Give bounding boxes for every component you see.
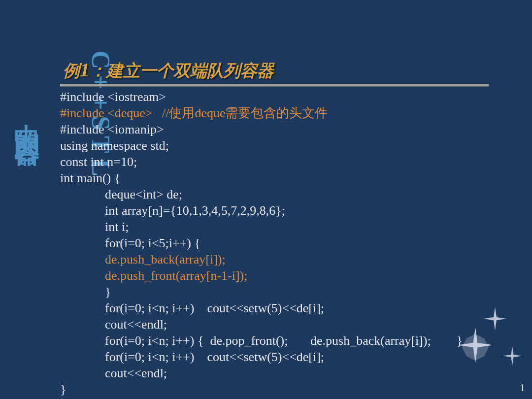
heading-suffix: ：建立一个双端队列容器: [90, 61, 274, 80]
star-icon: [480, 305, 510, 335]
code-line: for(i=0; i<5;i++) {: [60, 236, 200, 250]
code-block: #include <iostream> #include <deque> //使…: [60, 89, 463, 398]
example-heading: 例1：建立一个双端队列容器: [63, 58, 274, 82]
page-number: 1: [520, 381, 525, 394]
heading-prefix: 例: [63, 61, 80, 80]
code-line: de.push_back(array[i]);: [60, 252, 226, 266]
code-line: #include <iostream>: [60, 90, 166, 104]
code-line: int main() {: [60, 171, 120, 185]
code-line: cout<<endl;: [60, 366, 167, 380]
code-line: int array[n]={10,1,3,4,5,7,2,9,8,6};: [60, 203, 285, 218]
star-icon: [500, 345, 525, 369]
sidebar-cjk: 中的容器: [13, 103, 41, 127]
code-line: #include <iomanip>: [60, 122, 164, 136]
code-line: using namespace std;: [60, 138, 169, 153]
heading-num: 1: [80, 59, 90, 81]
code-line: int i;: [60, 220, 129, 234]
code-line: }: [60, 285, 111, 299]
code-line: cout<<endl;: [60, 317, 167, 332]
code-line: for(i=0; i<n; i++) { de.pop_front(); de.…: [60, 333, 463, 348]
code-line: }: [60, 382, 66, 397]
code-line: const int n=10;: [60, 155, 137, 169]
code-line: deque<int> de;: [60, 187, 182, 201]
code-line: for(i=0; i<n; i++) cout<<setw(5)<<de[i];: [60, 301, 324, 315]
code-line: de.push_front(array[n-1-i]);: [60, 268, 248, 283]
code-line: #include <deque> //使用deque需要包含的头文件: [60, 106, 328, 120]
code-line: for(i=0; i<n; i++) cout<<setw(5)<<de[i];: [60, 350, 324, 364]
heading-divider: [60, 84, 489, 87]
